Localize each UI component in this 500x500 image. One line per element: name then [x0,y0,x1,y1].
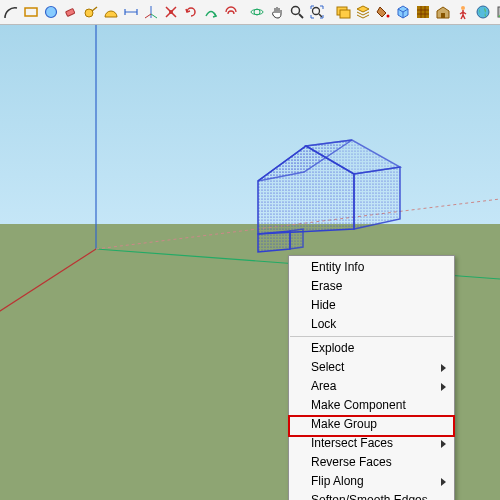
person-tool-icon[interactable] [454,1,472,23]
svg-point-8 [313,8,320,15]
globe-tool-icon[interactable] [474,1,492,23]
eraser-tool-icon[interactable] [62,1,80,23]
tape-tool-icon[interactable] [82,1,100,23]
followme-tool-icon[interactable] [202,1,220,23]
rectangle-tool-icon[interactable] [22,1,40,23]
paint-bucket-tool-icon[interactable] [374,1,392,23]
rotate-tool-icon[interactable] [182,1,200,23]
3d-warehouse-icon[interactable] [434,1,452,23]
ctx-explode[interactable]: Explode [289,339,454,358]
previous-view-icon[interactable] [334,1,352,23]
layers-tool-icon[interactable] [354,1,372,23]
ctx-entity-info[interactable]: Entity Info [289,258,454,277]
section-tool-icon[interactable] [162,1,180,23]
main-toolbar [0,0,500,25]
axes-tool-icon[interactable] [142,1,160,23]
ctx-flip-along[interactable]: Flip Along [289,472,454,491]
svg-point-1 [46,7,57,18]
svg-rect-13 [441,13,445,18]
svg-rect-2 [66,8,75,16]
ctx-erase[interactable]: Erase [289,277,454,296]
ctx-lock[interactable]: Lock [289,315,454,334]
ctx-soften-smooth[interactable]: Soften/Smooth Edges [289,491,454,500]
ctx-reverse-faces[interactable]: Reverse Faces [289,453,454,472]
svg-rect-12 [417,6,429,18]
orbit-tool-icon[interactable] [248,1,266,23]
svg-rect-10 [340,10,350,18]
dimensions-tool-icon[interactable] [122,1,140,23]
ctx-area[interactable]: Area [289,377,454,396]
arc-tool-icon[interactable] [2,1,20,23]
circle-tool-icon[interactable] [42,1,60,23]
selected-house-model[interactable] [258,140,400,252]
protractor-tool-icon[interactable] [102,1,120,23]
ctx-make-group[interactable]: Make Group [289,415,454,434]
context-menu: Entity Info Erase Hide Lock Explode Sele… [288,255,455,500]
ctx-intersect-faces[interactable]: Intersect Faces [289,434,454,453]
ctx-hide[interactable]: Hide [289,296,454,315]
texture-tool-icon[interactable] [414,1,432,23]
svg-point-6 [251,10,263,15]
svg-point-4 [169,10,173,14]
offset-tool-icon[interactable] [222,1,240,23]
ctx-select[interactable]: Select [289,358,454,377]
axis-x-red-neg [0,249,96,324]
zoom-extents-tool-icon[interactable] [308,1,326,23]
svg-point-11 [387,15,390,18]
zoom-tool-icon[interactable] [288,1,306,23]
svg-rect-0 [25,8,37,16]
ctx-separator [290,336,453,337]
svg-point-7 [292,7,300,15]
pan-tool-icon[interactable] [268,1,286,23]
svg-point-15 [477,6,489,18]
component-tool-icon[interactable] [394,1,412,23]
ctx-make-component[interactable]: Make Component [289,396,454,415]
style-tool-icon[interactable] [494,1,500,23]
svg-point-14 [461,6,465,10]
